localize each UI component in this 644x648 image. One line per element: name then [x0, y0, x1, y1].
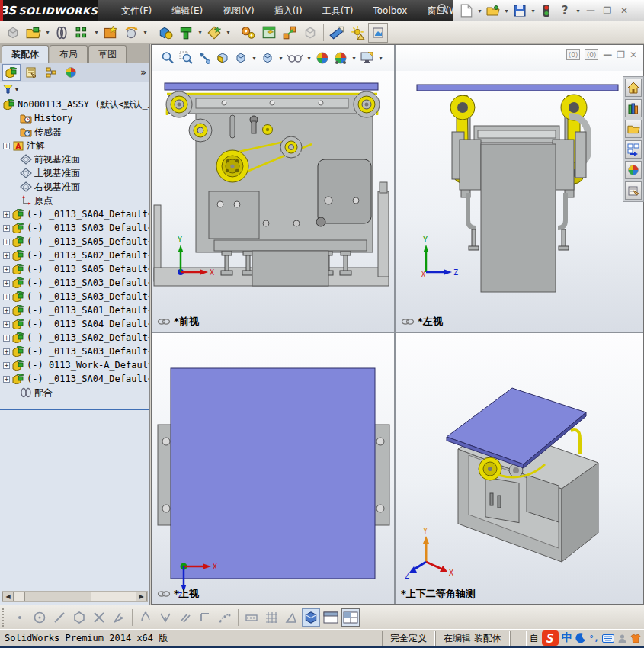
angle-snap-icon[interactable] — [282, 608, 300, 627]
hide-show-items-icon[interactable] — [286, 49, 304, 67]
ime-keyboard-icon[interactable] — [602, 634, 614, 643]
assembly-features-dropdown-icon[interactable]: ▾ — [197, 29, 203, 36]
new-document-icon[interactable] — [458, 2, 475, 19]
tree-item-component[interactable]: +(-) _0113_SA02_Default<1> — [0, 249, 149, 262]
section-view-icon[interactable] — [214, 49, 231, 67]
viewport-isometric[interactable]: Y X Z *上下二等角轴测 — [396, 333, 643, 604]
ime-punctuation-icon[interactable]: °, — [589, 634, 599, 643]
ime-language-toggle[interactable]: 中 — [562, 631, 572, 645]
hide-show-dropdown-icon[interactable]: ▾ — [306, 55, 312, 62]
fm-expand-icon[interactable]: » — [140, 67, 145, 78]
reference-geometry-icon[interactable] — [204, 23, 224, 43]
custom-properties-icon[interactable] — [625, 181, 642, 200]
featuremanager-tree-icon[interactable] — [2, 64, 21, 81]
viewport-top[interactable]: X Z *上视 — [152, 333, 394, 604]
open-icon[interactable] — [485, 2, 501, 19]
previous-view-icon[interactable] — [196, 49, 213, 67]
assembly-features-icon[interactable] — [176, 23, 196, 43]
grid-snap-icon[interactable] — [262, 608, 280, 627]
view-settings-dropdown-icon[interactable]: ▾ — [377, 55, 384, 62]
move-component-icon[interactable] — [121, 23, 141, 43]
doc-button-2[interactable]: ⟨0⟩ — [585, 49, 598, 60]
filter-funnel-icon[interactable] — [3, 85, 13, 94]
tree-item-component[interactable]: +(-) _0113_SA02_Default<2> — [0, 331, 149, 345]
minimize-doc-button[interactable]: — — [603, 50, 612, 60]
tree-item-origin[interactable]: 原点 — [0, 194, 149, 207]
design-library-icon[interactable] — [625, 99, 642, 117]
restore-doc-button[interactable]: ❐ — [617, 50, 625, 60]
view-orientation-dropdown-icon[interactable]: ▾ — [251, 55, 258, 62]
mate-icon[interactable] — [52, 23, 72, 43]
close-doc-button[interactable]: ✕ — [630, 50, 637, 60]
relation-icon-2[interactable] — [156, 608, 175, 627]
apply-scene-icon[interactable] — [332, 49, 349, 67]
menu-insert[interactable]: 插入(I) — [264, 0, 312, 21]
reference-geometry-dropdown-icon[interactable]: ▾ — [225, 29, 232, 36]
assembly-visualization-icon[interactable] — [259, 23, 279, 43]
tree-item-component[interactable]: +(-) _0113_SA03_Default<2> — [0, 276, 149, 290]
scroll-right-icon[interactable]: ▶ — [136, 592, 147, 601]
view-four-button[interactable] — [341, 608, 360, 627]
view-single-button[interactable] — [302, 608, 320, 627]
sogou-input-icon[interactable]: S — [542, 630, 559, 646]
tree-item-component[interactable]: +(-) _0113_SA04_Default<3> — [0, 372, 149, 386]
display-style-dropdown-icon[interactable]: ▾ — [277, 55, 284, 62]
expander-icon[interactable]: + — [3, 294, 10, 300]
expander-icon[interactable]: + — [3, 362, 10, 369]
tree-item-component[interactable]: +(-) _0113_SA04_Default<1> — [0, 207, 149, 221]
menu-edit[interactable]: 编辑(E) — [162, 0, 213, 21]
expander-icon[interactable]: + — [3, 376, 10, 383]
expander-icon[interactable]: + — [3, 211, 10, 218]
measure-icon[interactable] — [327, 23, 347, 43]
menu-tools[interactable]: 工具(T) — [312, 0, 364, 21]
tree-item-component[interactable]: +(-) _0113_SA03_Default<1> — [0, 221, 149, 235]
smart-fasteners-icon[interactable] — [101, 23, 120, 43]
restore-button[interactable]: ❐ — [600, 4, 615, 18]
help-icon[interactable]: ? — [556, 2, 573, 19]
relation-corner-icon[interactable] — [196, 608, 214, 627]
file-explorer-icon[interactable] — [625, 120, 642, 138]
sketch-angle-icon[interactable] — [110, 608, 128, 627]
tree-root[interactable]: No000113_ASSY (默认<默认_显 — [0, 98, 149, 111]
expander-icon[interactable]: + — [3, 143, 10, 149]
menu-file[interactable]: 文件(F) — [111, 0, 162, 21]
viewport-front[interactable]: Y X *前视 — [152, 71, 394, 332]
insert-component-icon[interactable] — [24, 23, 43, 43]
view-settings-icon[interactable] — [359, 49, 376, 67]
expander-icon[interactable]: + — [3, 252, 10, 259]
save-icon[interactable] — [511, 2, 528, 19]
pattern-dropdown-icon[interactable]: ▾ — [93, 29, 100, 36]
propertymanager-icon[interactable] — [22, 64, 40, 81]
minimize-button[interactable]: — — [583, 4, 598, 18]
close-button[interactable]: ✕ — [617, 4, 632, 18]
tree-item-component[interactable]: +(-) 0113_Work-A_Default<1> — [0, 358, 149, 372]
view-two-horizontal-button[interactable] — [322, 608, 340, 627]
spline-points-icon[interactable] — [216, 608, 234, 627]
insert-component-dropdown-icon[interactable]: ▾ — [44, 29, 51, 36]
tree-item-sensors[interactable]: 传感器 — [0, 125, 149, 139]
view-palette-icon[interactable] — [625, 140, 642, 159]
relation-parallel-icon[interactable] — [176, 608, 194, 627]
relation-icon-1[interactable] — [136, 608, 155, 627]
tree-item-component[interactable]: +(-) _0113_SA04_Default<2> — [0, 317, 149, 331]
expander-icon[interactable]: + — [3, 225, 10, 232]
displaymanager-icon[interactable] — [62, 64, 80, 81]
display-style-icon[interactable] — [259, 49, 276, 67]
tree-item-component[interactable]: +(-) _0113_SA05_Default<1> — [0, 235, 149, 249]
tree-item-right-plane[interactable]: 右视基准面 — [0, 180, 149, 194]
dimension-icon[interactable] — [242, 608, 261, 627]
menu-toolbox[interactable]: Toolbox — [363, 0, 417, 21]
save-dropdown-icon[interactable]: ▾ — [530, 8, 537, 14]
show-hidden-components-icon[interactable] — [155, 23, 175, 43]
zoom-to-fit-icon[interactable] — [159, 49, 176, 67]
open-dropdown-icon[interactable]: ▾ — [503, 8, 510, 14]
graphics-area[interactable]: ▾ ▾ ▾ ▾ ▾ ⟨0⟩ ⟨0⟩ — ❐ ✕ — [151, 44, 644, 605]
viewport-vertical-splitter[interactable] — [394, 45, 396, 604]
sketch-polygon-icon[interactable] — [70, 608, 88, 627]
tree-item-component[interactable]: +(-) _0113_SA03_Default<3> — [0, 290, 149, 303]
new-dropdown-icon[interactable]: ▾ — [476, 8, 483, 14]
search-icon[interactable] — [437, 3, 449, 18]
expander-icon[interactable]: + — [3, 348, 10, 355]
move-component-dropdown-icon[interactable]: ▾ — [142, 29, 149, 36]
doc-button-1[interactable]: ⟨0⟩ — [566, 49, 580, 60]
